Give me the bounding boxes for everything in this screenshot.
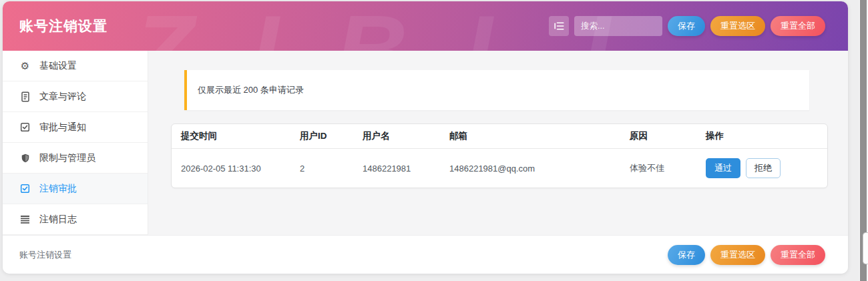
panel-footer: 账号注销设置 保存 重置选区 重置全部 (3, 235, 848, 274)
sidebar-item-label: 审批与通知 (39, 121, 86, 133)
notice-banner: 仅展示最近 200 条申请记录 (184, 70, 809, 110)
sidebar-item-cancel-approval[interactable]: 注销审批 (3, 174, 148, 204)
edge-widget (863, 232, 868, 264)
panel-body: ⚙ 基础设置 文章与评论 (3, 51, 848, 235)
sidebar-item-label: 注销审批 (39, 183, 77, 195)
column-header-user-id: 用户ID (290, 124, 353, 148)
cell-username: 1486221981 (353, 154, 440, 183)
cell-actions: 通过 拒绝 (696, 149, 827, 188)
table-row: 2026-02-05 11:31:30 2 1486221981 1486221… (172, 149, 827, 188)
check-square-icon (19, 184, 31, 194)
column-header-reason: 原因 (620, 124, 696, 148)
shield-icon (19, 153, 31, 164)
reject-button[interactable]: 拒绝 (746, 158, 781, 178)
sidebar-item-basic-settings[interactable]: ⚙ 基础设置 (3, 51, 148, 81)
cell-user-id: 2 (290, 154, 353, 183)
footer-title: 账号注销设置 (19, 249, 71, 261)
column-header-actions: 操作 (696, 124, 827, 148)
column-header-username: 用户名 (353, 124, 440, 148)
menu-fold-icon (554, 21, 564, 31)
page-title: 账号注销设置 (19, 17, 107, 35)
cell-submit-time: 2026-02-05 11:31:30 (172, 154, 290, 183)
requests-table: 提交时间 用户ID 用户名 邮箱 原因 操作 2026-02-05 11:31:… (171, 123, 828, 188)
footer-reset-all-button[interactable]: 重置全部 (771, 245, 825, 265)
cell-reason: 体验不佳 (620, 153, 696, 184)
save-button[interactable]: 保存 (668, 16, 705, 36)
check-square-icon (19, 122, 31, 132)
sidebar-item-posts-comments[interactable]: 文章与评论 (3, 81, 148, 112)
list-icon (19, 215, 31, 224)
sidebar-item-label: 文章与评论 (39, 91, 86, 103)
footer-save-button[interactable]: 保存 (668, 245, 705, 265)
reset-section-button[interactable]: 重置选区 (710, 16, 765, 36)
gear-icon: ⚙ (19, 61, 31, 71)
search-input[interactable] (574, 16, 662, 36)
column-header-submit-time: 提交时间 (172, 124, 290, 148)
header-controls: 保存 重置选区 重置全部 (549, 16, 825, 36)
content-area: 仅展示最近 200 条申请记录 提交时间 用户ID 用户名 邮箱 原因 操作 2… (148, 51, 848, 235)
footer-controls: 保存 重置选区 重置全部 (668, 245, 825, 265)
document-icon (19, 91, 31, 102)
reset-all-button[interactable]: 重置全部 (771, 16, 825, 36)
column-header-email: 邮箱 (440, 124, 620, 148)
menu-fold-button[interactable] (549, 16, 569, 36)
sidebar-item-approval-notify[interactable]: 审批与通知 (3, 112, 148, 143)
sidebar-item-cancel-log[interactable]: 注销日志 (3, 204, 148, 235)
footer-reset-section-button[interactable]: 重置选区 (710, 245, 765, 265)
sidebar-item-label: 基础设置 (39, 60, 77, 72)
settings-panel: ZIBLL 账号注销设置 保存 重置选区 重置全部 (3, 1, 848, 274)
cell-email: 1486221981@qq.com (440, 154, 620, 183)
sidebar-item-label: 限制与管理员 (39, 152, 95, 164)
sidebar: ⚙ 基础设置 文章与评论 (3, 51, 148, 235)
sidebar-item-limits-admin[interactable]: 限制与管理员 (3, 143, 148, 174)
sidebar-item-label: 注销日志 (39, 214, 77, 226)
panel-header: ZIBLL 账号注销设置 保存 重置选区 重置全部 (3, 1, 848, 51)
table-header-row: 提交时间 用户ID 用户名 邮箱 原因 操作 (172, 124, 827, 149)
approve-button[interactable]: 通过 (706, 158, 740, 178)
